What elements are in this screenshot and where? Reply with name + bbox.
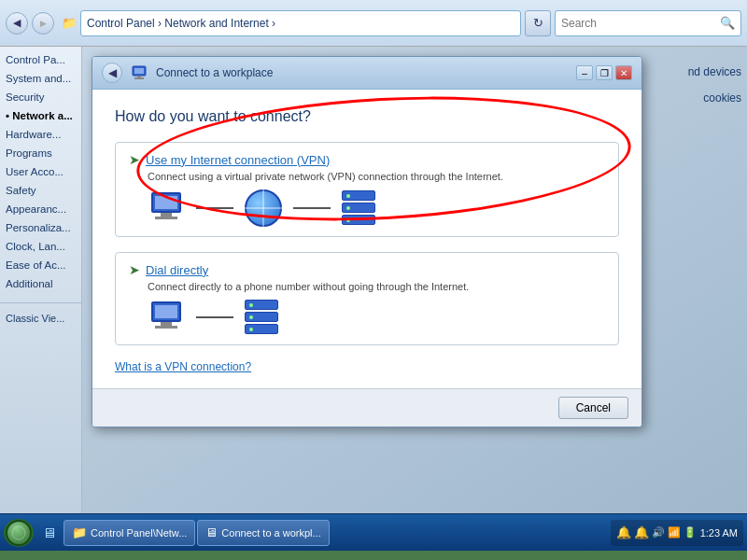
modal-title: Connect to a workplace [156,66,569,79]
system-tray: 🔔 🔔 🔊 📶 🔋 1:23 AM [611,520,743,546]
modal-overlay: ◀ Connect to a workplace [82,47,747,513]
sidebar-item-personalize[interactable]: Personaliza... [0,218,81,237]
classic-view-link[interactable]: Classic Vie... [0,307,81,326]
tray-battery-icon[interactable]: 🔋 [684,526,697,539]
taskbar-connect-workplace[interactable]: 🖥 Connect to a workpl... [197,520,329,546]
dial-option-title[interactable]: Dial directly [146,263,208,277]
back-button[interactable]: ◀ [6,12,28,35]
modal-body: How do you want to connect? ➤ Use my Int… [92,90,641,388]
sidebar-item-security[interactable]: Security [0,88,81,106]
breadcrumb-text: Control Panel › Network and Internet › [87,17,275,30]
connect-workplace-dialog: ◀ Connect to a workplace [92,56,642,427]
dial-diagram [148,300,605,335]
computer-icon-2 [148,301,185,333]
close-button[interactable]: ✕ [615,65,632,80]
dial-option[interactable]: ➤ Dial directly Connect directly to a ph… [115,252,619,345]
address-bar: ◀ ▶ 📁 Control Panel › Network and Intern… [0,0,747,47]
modal-back-button[interactable]: ◀ [102,63,122,83]
vpn-option-desc: Connect using a virtual private network … [148,171,605,182]
sidebar-item-user-accounts[interactable]: User Acco... [0,162,81,181]
tray-warning-icon2: 🔔 [634,525,649,539]
server-icon-2 [245,300,278,335]
tray-warning-icon: 🔔 [616,525,631,539]
vpn-option-title[interactable]: Use my Internet connection (VPN) [146,153,330,167]
sidebar-item-ease[interactable]: Ease of Ac... [0,256,81,274]
sidebar: Control Pa... System and... Security Net… [0,47,82,513]
taskbar-control-panel[interactable]: 📁 Control Panel\Netw... [63,520,195,546]
start-orb [6,520,32,546]
modal-question: How do you want to connect? [115,108,619,125]
sidebar-item-network[interactable]: Network a... [0,106,81,125]
start-button[interactable] [4,519,34,547]
restore-button[interactable]: ❐ [596,65,613,80]
breadcrumb[interactable]: Control Panel › Network and Internet › [80,10,521,36]
connector-line [196,207,233,209]
search-icon: 🔍 [720,16,735,30]
tray-icons: 🔔 🔔 🔊 📶 🔋 [616,525,697,539]
search-input[interactable] [561,17,716,30]
forward-button[interactable]: ▶ [32,12,54,35]
svg-rect-2 [137,76,141,77]
network-icon [130,63,148,82]
system-time: 1:23 AM [700,527,738,539]
refresh-button[interactable]: ↻ [525,10,551,36]
content-area: nd devices cookies ◀ [82,47,747,513]
svg-rect-3 [134,77,144,79]
vpn-help-link[interactable]: What is a VPN connection? [115,360,619,373]
tray-volume-icon[interactable]: 🔊 [652,526,665,539]
dial-option-desc: Connect directly to a phone number witho… [148,281,605,292]
sidebar-item-additional[interactable]: Additional [0,274,81,293]
minimize-button[interactable]: – [576,65,593,80]
taskbar: 🖥 📁 Control Panel\Netw... 🖥 Connect to a… [0,513,747,551]
vpn-arrow-icon: ➤ [129,152,140,167]
sidebar-item-system[interactable]: System and... [0,69,81,88]
modal-window-controls: – ❐ ✕ [576,65,632,80]
modal-titlebar: ◀ Connect to a workplace [92,57,641,90]
sidebar-item-clock[interactable]: Clock, Lan... [0,237,81,256]
vpn-diagram [148,189,605,227]
search-box: 🔍 [555,10,741,36]
sidebar-item-hardware[interactable]: Hardware... [0,125,81,144]
svg-point-4 [12,526,25,539]
vpn-option-header: ➤ Use my Internet connection (VPN) [129,152,605,167]
computer-icon [148,192,185,224]
sidebar-item-control-panel[interactable]: Control Pa... [0,50,81,69]
svg-rect-1 [134,68,144,74]
show-desktop-icon[interactable]: 🖥 [35,520,62,546]
main-layout: Control Pa... System and... Security Net… [0,47,747,513]
dial-option-header: ➤ Dial directly [129,262,605,277]
globe-icon [245,189,282,227]
cancel-button[interactable]: Cancel [558,397,628,419]
server-icon [342,190,375,226]
dial-arrow-icon: ➤ [129,262,140,277]
connector-line3 [196,316,233,318]
sidebar-item-programs[interactable]: Programs [0,144,81,162]
sidebar-item-safety[interactable]: Safety [0,181,81,200]
sidebar-item-appearance[interactable]: Appearanc... [0,200,81,218]
vpn-option[interactable]: ➤ Use my Internet connection (VPN) Conne… [115,142,619,237]
connector-line2 [293,207,331,209]
tray-network-icon[interactable]: 📶 [668,526,681,539]
modal-footer: Cancel [92,388,641,427]
